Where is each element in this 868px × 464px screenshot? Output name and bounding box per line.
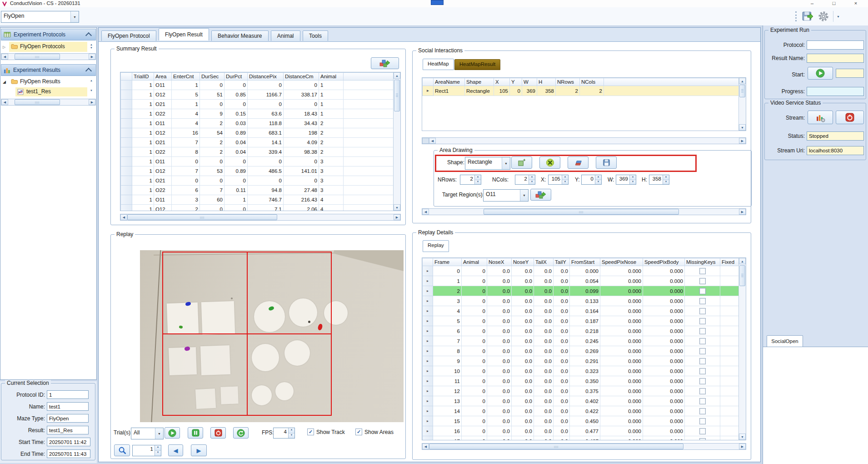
run-progress-field[interactable] [807,87,864,96]
h-spinner[interactable]: 358 ▲▼ [649,175,669,185]
table-row[interactable]: 1O21720.0414.14.092 [121,138,394,147]
sidebar-header-protocols[interactable]: Experiment Protocols [1,29,96,40]
row-expander[interactable]: ▸ [423,266,433,276]
sidebar-item-flyopen-results[interactable]: ◢ FlyOpen Results ▲ [1,77,96,87]
scroll-left-icon[interactable]: ◀ [1,99,8,105]
column-header[interactable]: TrialID [132,73,154,81]
scroll-right-icon[interactable]: ▶ [739,444,746,449]
column-header[interactable]: SpeedPixNose [600,258,643,266]
scroll-up-icon[interactable]: ▲ [88,79,95,82]
missing-keys-checkbox[interactable] [699,328,706,334]
column-header[interactable]: Frame [433,258,462,266]
row-expander[interactable] [121,166,132,176]
row-expander[interactable]: ▸ [423,426,433,436]
minimize-button[interactable]: – [805,0,819,7]
table-row[interactable]: 1O22670.1194.827.483 [121,186,394,195]
stream-stop-button[interactable] [836,111,864,124]
table-row[interactable]: ▸100.00.00.00.00.0540.0000.000 [423,276,742,286]
missing-keys-checkbox[interactable] [699,348,706,354]
x-spinner[interactable]: 105 ▲▼ [548,175,569,185]
tab-heatmapresult[interactable]: HeatMapResult [454,59,500,70]
table-row[interactable]: ▸1500.00.00.00.00.4500.0000.000 [423,416,742,426]
social-hscrollbar[interactable]: ◀ |||| ▶ [422,208,746,215]
row-expander[interactable]: ▸ [423,366,433,376]
end-time-field[interactable] [47,449,90,458]
table-row[interactable]: ►Rect1Rectangle105036935822 [423,86,739,96]
scroll-right-icon[interactable]: ▶ [394,214,400,220]
target-regions-combobox[interactable]: O11 ▼ [483,189,529,202]
nrows-spinner[interactable]: 2 ▲▼ [460,175,481,185]
tab-flyopen-result[interactable]: FlyOpen Result [159,28,209,40]
show-track-checkbox[interactable]: ✓Show Track [307,429,345,435]
tab-flyopen-protocol[interactable]: FlyOpen Protocol [101,30,156,41]
stream-config-button[interactable] [808,111,833,124]
table-row[interactable]: 1O113601746.7216.434 [121,195,394,205]
row-expander[interactable]: ▸ [423,316,433,326]
spin-down-icon[interactable]: ▼ [289,434,294,439]
save-areas-button[interactable] [596,156,617,169]
tab-socialopen[interactable]: SocialOpen [767,335,803,348]
scroll-left-icon[interactable]: ◀ [422,444,429,449]
show-areas-checkbox[interactable]: ✓Show Areas [355,429,394,435]
scroll-down-icon[interactable]: ▼ [394,204,400,211]
name-field[interactable] [47,402,89,411]
chevron-down-icon[interactable]: ▼ [502,157,510,169]
run-result-name-field[interactable] [807,54,864,63]
areas-hscrollbar[interactable]: ◀ ▶ [422,137,746,144]
missing-keys-checkbox[interactable] [699,378,706,384]
frames-hscrollbar[interactable]: ◀ |||| ▶ [422,443,746,450]
column-header[interactable]: W [522,78,537,86]
row-expander[interactable]: ▸ [423,386,433,396]
status-field[interactable] [807,131,864,141]
erase-areas-button[interactable] [568,156,589,169]
frame-search-button[interactable] [114,444,130,456]
table-row[interactable]: ▸900.00.00.00.00.2910.0000.000 [423,356,742,366]
missing-keys-checkbox[interactable] [699,298,706,304]
table-row[interactable]: ▸200.00.00.00.00.0990.0000.000 [423,286,742,296]
table-row[interactable]: 1O11000003 [121,157,394,166]
table-row[interactable]: ▸1100.00.00.00.00.3500.0000.000 [423,376,742,386]
ncols-spinner[interactable]: 2 ▲▼ [515,175,535,185]
missing-keys-checkbox[interactable] [699,268,706,274]
frame-next-button[interactable]: ▶ [191,444,207,456]
scroll-left-icon[interactable]: ◀ [422,209,429,215]
row-expander[interactable] [121,109,132,119]
scroll-down-icon[interactable]: ▼ [739,124,746,131]
replay-restart-button[interactable] [233,427,249,439]
column-header[interactable]: AreaName [434,78,465,86]
column-header[interactable]: H [537,78,556,86]
column-header[interactable]: Animal [462,258,487,266]
missing-keys-checkbox[interactable] [699,308,706,314]
column-header[interactable]: NRows [556,78,580,86]
missing-keys-checkbox[interactable] [699,418,706,424]
spin-down-icon[interactable]: ▼ [155,451,161,456]
areas-vscrollbar[interactable]: ▲ ▼ [738,78,746,131]
trials-combobox[interactable]: All ▼ [131,428,164,439]
row-expander[interactable] [121,119,132,128]
tree-expander-icon[interactable]: ◢ [3,80,6,84]
row-expander[interactable] [121,195,132,205]
missing-keys-checkbox[interactable] [699,368,706,374]
protocols-hscrollbar[interactable]: ◀ |||| ▶ [1,53,96,60]
missing-keys-checkbox[interactable] [699,438,706,441]
table-row[interactable]: 1O11420.03118.834.432 [121,119,394,128]
table-row[interactable]: ▸1200.00.00.00.00.3750.0000.000 [423,386,742,396]
column-header[interactable]: NoseX [487,258,512,266]
run-start-field[interactable] [836,69,864,78]
column-header[interactable]: FromStart [570,258,600,266]
start-time-field[interactable] [47,438,90,446]
table-row[interactable]: 1O22820.04339.498.382 [121,147,394,157]
fps-spinner[interactable]: 4 ▲▼ [273,428,295,439]
results-hscrollbar[interactable]: ◀ |||| ▶ [1,99,96,106]
missing-keys-checkbox[interactable] [699,428,706,434]
column-header[interactable]: TailY [554,258,570,266]
row-expander[interactable] [121,128,132,138]
table-row[interactable]: ▸1000.00.00.00.00.3230.0000.000 [423,366,742,376]
table-row[interactable]: ▸800.00.00.00.00.2690.0000.000 [423,346,742,356]
tab-animal[interactable]: Animal [271,30,300,41]
summary-vscrollbar[interactable]: ▲ ▼ [393,72,400,211]
row-expander[interactable]: ▸ [423,416,433,426]
collapse-chevron-icon[interactable] [85,67,92,74]
missing-keys-checkbox[interactable] [699,398,706,404]
collapse-chevron-icon[interactable] [85,32,92,38]
